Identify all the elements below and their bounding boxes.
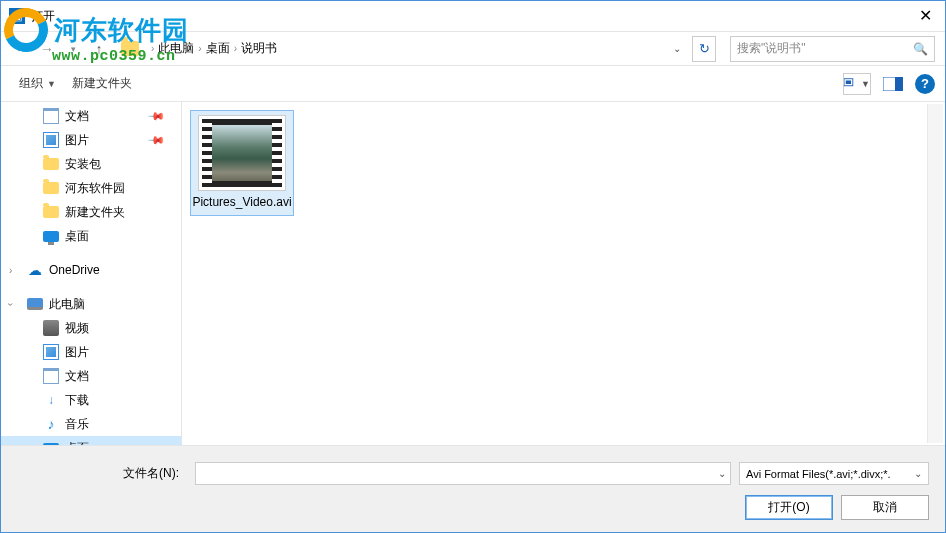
chevron-down-icon: ▼ [861,79,870,89]
chevron-right-icon[interactable]: › [9,443,12,446]
sidebar-item-downloads[interactable]: ↓下载 [1,388,181,412]
folder-icon [43,206,59,218]
search-icon[interactable]: 🔍 [913,42,928,56]
chevron-right-icon[interactable]: › [9,265,12,276]
nav-up-icon[interactable]: ↑ [87,37,111,61]
chevron-right-icon: › [198,43,201,54]
chevron-down-icon[interactable]: ⌄ [718,468,726,479]
file-item[interactable]: Pictures_Video.avi [190,110,294,216]
pictures-icon [43,132,59,148]
music-icon: ♪ [43,416,59,432]
document-icon [43,368,59,384]
navbar: ← → ▾ ↑ › 此电脑 › 桌面 › 说明书 ⌄ ↻ 搜索"说明书" 🔍 [1,31,945,66]
download-icon: ↓ [43,392,59,408]
sidebar-item-folder[interactable]: 安装包 [1,152,181,176]
sidebar-item-desktop[interactable]: ›桌面 [1,436,181,445]
sidebar-item-documents[interactable]: 文档📌 [1,104,181,128]
sidebar-item-folder[interactable]: 河东软件园 [1,176,181,200]
footer: 文件名(N): ⌄ Avi Format Files(*.avi;*.divx;… [1,445,945,532]
sidebar: 文档📌 图片📌 安装包 河东软件园 新建文件夹 桌面 ›☁OneDrive ›此… [1,102,182,445]
new-folder-button[interactable]: 新建文件夹 [64,71,140,96]
scrollbar[interactable] [927,104,943,443]
file-label: Pictures_Video.avi [192,195,291,211]
breadcrumb-leaf[interactable]: 说明书 [241,40,277,57]
toolbar: 组织 ▼ 新建文件夹 ▼ ? [1,66,945,102]
folder-icon [121,41,139,56]
view-mode-button[interactable]: ▼ [843,73,871,95]
organize-button[interactable]: 组织 ▼ [11,71,64,96]
sidebar-item-documents[interactable]: 文档 [1,364,181,388]
filename-input[interactable]: ⌄ [195,462,731,485]
desktop-icon [43,443,59,446]
breadcrumb-mid[interactable]: 桌面 [206,40,230,57]
breadcrumb-root[interactable]: 此电脑 [158,40,194,57]
file-thumbnail [198,115,286,191]
pin-icon: 📌 [146,130,165,149]
chevron-right-icon: › [234,43,237,54]
file-pane[interactable]: Pictures_Video.avi [182,102,945,445]
help-icon[interactable]: ? [915,74,935,94]
sidebar-item-folder[interactable]: 新建文件夹 [1,200,181,224]
search-input[interactable]: 搜索"说明书" 🔍 [730,36,935,62]
cancel-button[interactable]: 取消 [841,495,929,520]
sidebar-item-onedrive[interactable]: ›☁OneDrive [1,258,181,282]
chevron-right-icon: › [151,43,154,54]
search-placeholder: 搜索"说明书" [737,40,806,57]
onedrive-icon: ☁ [27,262,43,278]
sidebar-item-pictures[interactable]: 图片📌 [1,128,181,152]
desktop-icon [43,231,59,242]
refresh-icon[interactable]: ↻ [692,36,716,62]
open-button[interactable]: 打开(O) [745,495,833,520]
nav-recent-icon[interactable]: ▾ [61,37,85,61]
document-icon [43,108,59,124]
close-icon[interactable]: ✕ [905,1,945,31]
breadcrumb[interactable]: › 此电脑 › 桌面 › 说明书 [145,40,662,57]
video-icon [43,320,59,336]
file-filter-dropdown[interactable]: Avi Format Files(*.avi;*.divx;*. ⌄ [739,462,929,485]
folder-icon [43,182,59,194]
pin-icon: 📌 [146,106,165,125]
window-title: 打开 [31,8,905,25]
chevron-down-icon: ▼ [47,79,56,89]
thispc-icon [27,298,43,310]
svg-rect-1 [846,80,851,84]
chevron-down-icon[interactable]: › [5,302,16,305]
folder-icon [43,158,59,170]
sidebar-item-desktop[interactable]: 桌面 [1,224,181,248]
svg-rect-3 [895,77,903,91]
app-icon: ▣ [9,8,25,24]
breadcrumb-dropdown-icon[interactable]: ⌄ [668,36,686,62]
nav-back-icon[interactable]: ← [9,37,33,61]
titlebar: ▣ 打开 ✕ [1,1,945,31]
sidebar-item-music[interactable]: ♪音乐 [1,412,181,436]
sidebar-item-pictures[interactable]: 图片 [1,340,181,364]
filename-label: 文件名(N): [17,465,187,482]
nav-forward-icon[interactable]: → [35,37,59,61]
sidebar-item-thispc[interactable]: ›此电脑 [1,292,181,316]
preview-pane-button[interactable] [879,73,907,95]
chevron-down-icon[interactable]: ⌄ [914,468,922,479]
pictures-icon [43,344,59,360]
sidebar-item-videos[interactable]: 视频 [1,316,181,340]
